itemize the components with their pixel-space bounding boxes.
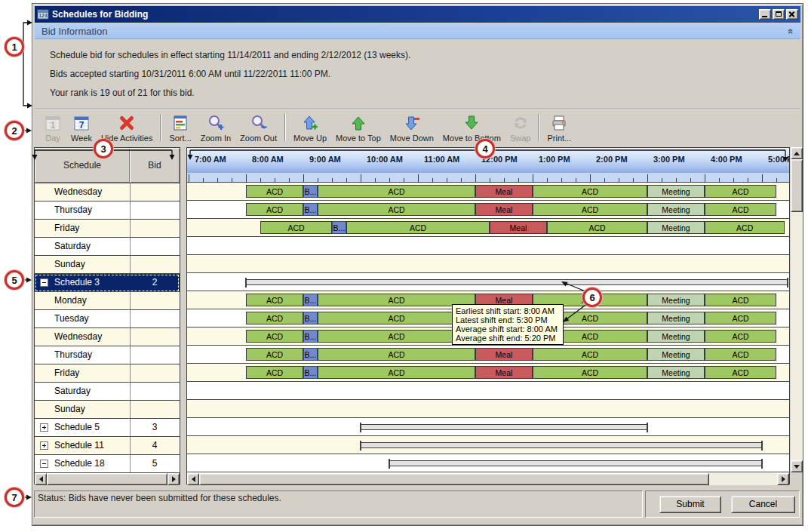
activity-bar-acd[interactable]: ACD bbox=[246, 330, 303, 343]
table-row-sunday[interactable]: Sunday bbox=[35, 256, 180, 274]
activity-bar-acd[interactable]: ACD bbox=[533, 185, 647, 198]
schedule-summary-bar[interactable] bbox=[361, 442, 762, 448]
activity-bar-meal[interactable]: Meal bbox=[475, 348, 533, 361]
scrollbar-thumb[interactable] bbox=[791, 159, 803, 212]
activity-bar-acd[interactable]: ACD bbox=[246, 185, 303, 198]
submit-button[interactable]: Submit bbox=[659, 496, 721, 513]
activity-bar-acd[interactable]: ACD bbox=[246, 348, 303, 361]
activity-bar-acd[interactable]: ACD bbox=[705, 185, 776, 198]
toolbar-button-move-up[interactable]: Move Up bbox=[289, 112, 331, 143]
table-row-tuesday[interactable]: Tuesday bbox=[35, 310, 180, 328]
activity-bar-meeting[interactable]: Meeting bbox=[647, 221, 705, 234]
activity-bar-acd[interactable]: ACD bbox=[705, 312, 776, 324]
activity-bar-meal[interactable]: Meal bbox=[475, 203, 533, 216]
table-row-wednesday[interactable]: Wednesday bbox=[35, 328, 180, 346]
activity-bar-acd[interactable]: ACD bbox=[533, 348, 647, 361]
table-row-thursday[interactable]: Thursday bbox=[35, 201, 180, 220]
gantt-row-sunday[interactable] bbox=[187, 255, 789, 273]
table-row-schedule-18[interactable]: Schedule 185 bbox=[35, 455, 180, 473]
toolbar-button-print[interactable]: Print... bbox=[542, 112, 576, 143]
collapse-minus-icon[interactable] bbox=[40, 460, 48, 468]
activity-bar-meal[interactable]: Meal bbox=[475, 366, 533, 379]
activity-bar-acd[interactable]: ACD bbox=[705, 366, 776, 379]
table-row-sunday[interactable]: Sunday bbox=[35, 401, 180, 419]
activity-bar-meal[interactable]: Meal bbox=[475, 185, 533, 198]
activity-bar-break[interactable]: B... bbox=[303, 185, 318, 198]
activity-bar-break[interactable]: B... bbox=[303, 294, 318, 306]
table-row-thursday[interactable]: Thursday bbox=[35, 346, 180, 364]
activity-bar-meeting[interactable]: Meeting bbox=[647, 312, 705, 324]
gantt-row-saturday[interactable] bbox=[187, 237, 789, 255]
activity-bar-acd[interactable]: ACD bbox=[705, 294, 776, 306]
table-row-friday[interactable]: Friday bbox=[35, 220, 180, 238]
expand-plus-icon[interactable] bbox=[40, 441, 48, 450]
activity-bar-acd[interactable]: ACD bbox=[246, 366, 303, 379]
table-row-saturday[interactable]: Saturday bbox=[35, 383, 180, 401]
toolbar-button-move-to-top[interactable]: Move to Top bbox=[331, 112, 386, 143]
activity-bar-acd[interactable]: ACD bbox=[318, 348, 475, 361]
gantt-row-saturday[interactable] bbox=[187, 382, 789, 400]
activity-bar-break[interactable]: B... bbox=[303, 312, 318, 324]
gantt-row-thursday[interactable]: ACDB...ACDMealACDMeetingACD bbox=[187, 201, 789, 219]
scroll-up-button[interactable] bbox=[791, 147, 803, 159]
toolbar-button-sort[interactable]: Sort... bbox=[164, 112, 195, 143]
toolbar-button-move-to-bottom[interactable]: Move to Bottom bbox=[438, 112, 505, 143]
activity-bar-break[interactable]: B... bbox=[303, 348, 318, 361]
activity-bar-meeting[interactable]: Meeting bbox=[647, 203, 705, 216]
table-row-saturday[interactable]: Saturday bbox=[35, 238, 180, 256]
minimize-button[interactable] bbox=[759, 9, 771, 20]
activity-bar-acd[interactable]: ACD bbox=[246, 294, 303, 306]
gantt-row-friday[interactable]: ACDB...ACDMealACDMeetingACD bbox=[187, 219, 789, 237]
scroll-right-button[interactable] bbox=[777, 473, 789, 485]
gantt-row-schedule-18[interactable] bbox=[187, 454, 789, 472]
activity-bar-acd[interactable]: ACD bbox=[705, 221, 785, 234]
gantt-row-schedule-5[interactable] bbox=[187, 418, 789, 436]
table-row-schedule-5[interactable]: Schedule 53 bbox=[35, 419, 180, 437]
cancel-button[interactable]: Cancel bbox=[731, 496, 795, 513]
table-row-wednesday[interactable]: Wednesday bbox=[35, 183, 180, 201]
activity-bar-meeting[interactable]: Meeting bbox=[647, 185, 705, 198]
activity-bar-acd[interactable]: ACD bbox=[533, 203, 647, 216]
close-button[interactable] bbox=[786, 9, 798, 20]
gantt-vertical-scrollbar[interactable] bbox=[791, 147, 803, 472]
scroll-left-button[interactable] bbox=[35, 473, 47, 485]
table-row-schedule-3[interactable]: Schedule 32 bbox=[35, 274, 180, 292]
activity-bar-acd[interactable]: ACD bbox=[705, 203, 776, 216]
activity-bar-acd[interactable]: ACD bbox=[705, 330, 776, 343]
toolbar-button-zoom-in[interactable]: Zoom In bbox=[196, 112, 235, 143]
activity-bar-acd[interactable]: ACD bbox=[547, 221, 647, 234]
activity-bar-acd[interactable]: ACD bbox=[346, 221, 490, 234]
activity-bar-acd[interactable]: ACD bbox=[705, 348, 776, 361]
activity-bar-break[interactable]: B... bbox=[303, 366, 318, 379]
activity-bar-meal[interactable]: Meal bbox=[490, 221, 547, 234]
gantt-row-wednesday[interactable]: ACDB...ACDMealACDMeetingACD bbox=[187, 183, 789, 201]
activity-bar-meeting[interactable]: Meeting bbox=[647, 330, 705, 343]
activity-bar-acd[interactable]: ACD bbox=[246, 312, 303, 324]
activity-bar-acd[interactable]: ACD bbox=[533, 366, 647, 379]
scroll-down-button[interactable] bbox=[791, 460, 803, 472]
gantt-row-sunday[interactable] bbox=[187, 400, 789, 418]
toolbar-button-week[interactable]: 7Week bbox=[66, 112, 97, 143]
gantt-horizontal-scrollbar[interactable] bbox=[187, 473, 789, 485]
gantt-row-schedule-11[interactable] bbox=[187, 436, 789, 454]
activity-bar-meeting[interactable]: Meeting bbox=[647, 294, 705, 306]
gantt-row-thursday[interactable]: ACDB...ACDMealACDMeetingACD bbox=[187, 346, 789, 364]
maximize-button[interactable] bbox=[773, 9, 785, 20]
schedule-summary-bar[interactable] bbox=[389, 460, 762, 466]
activity-bar-meeting[interactable]: Meeting bbox=[647, 366, 705, 379]
activity-bar-break[interactable]: B... bbox=[303, 330, 318, 343]
collapse-minus-icon[interactable] bbox=[40, 278, 48, 287]
activity-bar-break[interactable]: B... bbox=[303, 203, 318, 216]
expand-plus-icon[interactable] bbox=[40, 423, 48, 432]
activity-bar-break[interactable]: B... bbox=[332, 221, 346, 234]
activity-bar-acd[interactable]: ACD bbox=[318, 366, 475, 379]
scrollbar-thumb[interactable] bbox=[47, 473, 167, 485]
activity-bar-meeting[interactable]: Meeting bbox=[647, 348, 705, 361]
gantt-row-schedule-3[interactable] bbox=[187, 273, 789, 291]
collapse-chevron-icon[interactable]: « bbox=[785, 28, 797, 33]
scroll-right-button[interactable] bbox=[167, 473, 180, 485]
schedule-summary-bar[interactable] bbox=[361, 424, 647, 430]
column-header-bid[interactable]: Bid bbox=[130, 148, 180, 183]
column-header-schedule[interactable]: Schedule bbox=[35, 148, 130, 183]
toolbar-button-move-down[interactable]: Move Down bbox=[386, 112, 438, 143]
